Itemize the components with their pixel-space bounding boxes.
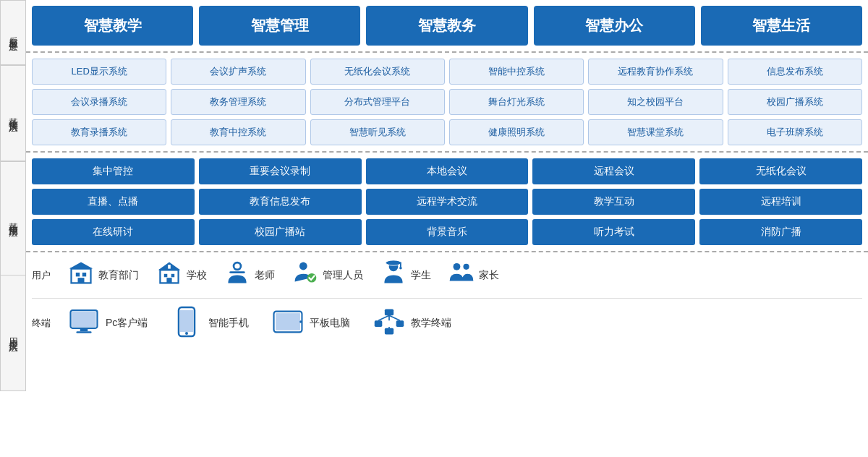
user-student: 学生 (380, 260, 431, 291)
cat-smart-affairs: 智慧教务 (366, 6, 527, 46)
top-categories: 智慧教学 智慧管理 智慧教务 智慧办公 智慧生活 (32, 6, 862, 46)
sys-edu-control: 教育中控系统 (171, 119, 305, 145)
svg-rect-31 (276, 313, 300, 330)
sys-campus-broadcast: 校园广播系统 (728, 89, 862, 115)
cat-smart-office: 智慧办公 (534, 6, 695, 46)
sys-campus-platform: 知之校园平台 (588, 89, 723, 115)
svg-rect-26 (76, 331, 91, 333)
app-local-conf: 本地会议 (366, 158, 529, 184)
svg-line-38 (378, 315, 389, 320)
app-row-3: 在线研讨 校园广播站 背景音乐 听力考试 消防广播 (32, 219, 862, 245)
app-online-seminar: 在线研讨 (32, 219, 195, 245)
svg-rect-33 (385, 309, 393, 315)
sys-health-light: 健康照明系统 (449, 119, 584, 145)
terminal-items: Pc客户端 智能手机 (68, 306, 862, 340)
terminal-tablet-label: 平板电脑 (310, 317, 350, 330)
app-remote-train: 远程培训 (699, 189, 862, 215)
sys-led: LED显示系统 (32, 59, 166, 85)
app-remote-conf: 远程会议 (532, 158, 695, 184)
sys-edu-record: 教育录播系统 (32, 119, 166, 145)
terminal-edu-label: 教学终端 (411, 317, 451, 330)
user-parent-label: 家长 (479, 269, 499, 282)
terminal-pc-label: Pc客户端 (106, 317, 148, 330)
user-parent: 家长 (448, 260, 499, 291)
section-basic-access: LED显示系统 会议扩声系统 无纸化会议系统 智能中控系统 远程教育协作系统 信… (26, 53, 868, 153)
label-basic-app: 基础应用层 (0, 161, 26, 276)
sys-edu-mgmt: 教务管理系统 (171, 89, 305, 115)
svg-rect-3 (82, 273, 86, 276)
terminal-edu: 教学终端 (373, 306, 451, 340)
svg-point-32 (299, 320, 302, 323)
sys-info-publish: 信息发布系统 (728, 59, 862, 85)
section-user-access: 用户 教育部门 (26, 252, 868, 347)
label-basic-access: 基础接入层 (0, 65, 26, 161)
app-paperless-conf: 无纸化会议 (699, 158, 862, 184)
svg-point-14 (299, 262, 307, 270)
user-row-label: 用户 (32, 269, 54, 282)
section-app-layer: 集中管控 重要会议录制 本地会议 远程会议 无纸化会议 直播、点播 教育信息发布… (26, 153, 868, 252)
svg-rect-35 (396, 320, 404, 327)
user-manager-label: 管理人员 (323, 269, 363, 282)
label-backend: 后台服务层 (0, 0, 26, 65)
sys-smart-class: 智慧课堂系统 (588, 119, 723, 145)
building-icon (68, 260, 94, 291)
app-campus-radio: 校园广播站 (199, 219, 362, 245)
sys-smart-control: 智能中控系统 (449, 59, 584, 85)
sys-dist-mgmt: 分布式管理平台 (310, 89, 445, 115)
teacher-icon (224, 260, 250, 291)
sys-paperless: 无纸化会议系统 (310, 59, 445, 85)
svg-point-20 (399, 267, 402, 270)
svg-rect-34 (375, 320, 383, 327)
user-row: 用户 教育部门 (32, 252, 862, 299)
systems-row-2: 会议录播系统 教务管理系统 分布式管理平台 舞台灯光系统 知之校园平台 校园广播… (32, 89, 862, 115)
app-remote-academic: 远程学术交流 (366, 189, 529, 215)
app-listening-exam: 听力考试 (532, 219, 695, 245)
svg-rect-25 (80, 329, 88, 332)
svg-rect-4 (78, 278, 85, 283)
user-edu-dept: 教育部门 (68, 260, 139, 291)
student-icon (380, 260, 407, 291)
parent-icon (448, 260, 475, 291)
school-icon (156, 260, 182, 291)
svg-rect-9 (166, 278, 171, 283)
systems-row-3: 教育录播系统 教育中控系统 智慧听见系统 健康照明系统 智慧课堂系统 电子班牌系… (32, 119, 862, 145)
left-labels: 后台服务层 基础接入层 基础应用层 用户接入层 (0, 0, 26, 391)
terminal-phone-label: 智能手机 (208, 317, 249, 330)
svg-rect-24 (72, 312, 95, 327)
user-student-label: 学生 (411, 269, 431, 282)
app-teach-interact: 教学互动 (532, 189, 695, 215)
app-conf-record: 重要会议录制 (199, 158, 362, 184)
svg-rect-13 (229, 271, 245, 273)
svg-marker-1 (69, 262, 93, 269)
terminal-pc: Pc客户端 (68, 306, 148, 340)
cat-smart-life: 智慧生活 (701, 6, 862, 46)
user-teacher: 老师 (224, 260, 275, 291)
sys-remote-edu: 远程教育协作系统 (588, 59, 723, 85)
monitor-icon (68, 306, 100, 340)
tablet-icon (272, 306, 304, 340)
network-icon (373, 306, 405, 340)
systems-row-1: LED显示系统 会议扩声系统 无纸化会议系统 智能中控系统 远程教育协作系统 信… (32, 59, 862, 85)
terminal-tablet: 平板电脑 (272, 306, 350, 340)
user-school-label: 学校 (187, 269, 207, 282)
svg-point-12 (234, 263, 239, 268)
phone-icon (171, 306, 203, 340)
manager-icon (292, 260, 318, 291)
app-edu-info: 教育信息发布 (199, 189, 362, 215)
terminal-row-label: 终端 (32, 317, 54, 330)
user-manager: 管理人员 (292, 260, 363, 291)
user-school: 学校 (156, 260, 207, 291)
app-central-ctrl: 集中管控 (32, 158, 195, 184)
terminal-phone: 智能手机 (171, 306, 249, 340)
svg-rect-28 (180, 310, 193, 332)
sys-eclass-sign: 电子班牌系统 (728, 119, 862, 145)
user-items: 教育部门 (68, 260, 862, 291)
app-row-2: 直播、点播 教育信息发布 远程学术交流 教学互动 远程培训 (32, 189, 862, 215)
sys-conf-sound: 会议扩声系统 (171, 59, 305, 85)
sys-smart-hearing: 智慧听见系统 (310, 119, 445, 145)
user-edu-dept-label: 教育部门 (98, 269, 139, 282)
svg-rect-8 (171, 274, 175, 278)
svg-point-21 (454, 263, 461, 270)
svg-rect-36 (385, 328, 393, 335)
svg-rect-7 (164, 274, 168, 278)
